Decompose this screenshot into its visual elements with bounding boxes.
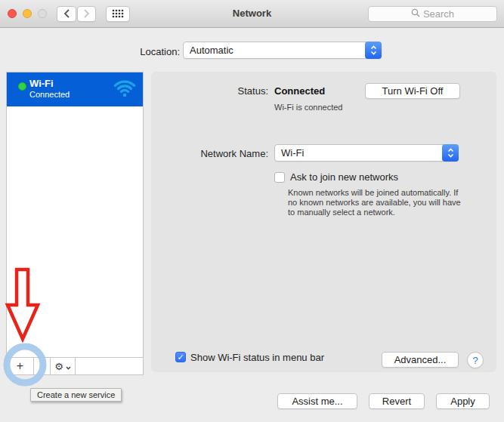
titlebar: Network Search [0,0,504,28]
remove-service-button[interactable]: − [34,358,51,374]
chevron-down-icon [66,361,71,372]
wifi-icon [112,76,138,102]
network-name-label: Network Name: [151,148,268,159]
add-service-button[interactable]: + [7,358,34,374]
turn-wifi-off-button[interactable]: Turn Wi-Fi Off [365,83,460,99]
revert-button[interactable]: Revert [369,393,425,409]
sidebar-item-wifi[interactable]: Wi-Fi Connected [7,72,143,106]
location-label: Location: [76,46,180,57]
status-label: Status: [151,85,268,97]
popup-stepper-icon [365,42,382,59]
search-input[interactable]: Search [368,6,497,22]
ask-join-label: Ask to join new networks [290,171,398,183]
search-icon [411,8,420,20]
plus-icon: + [17,359,23,373]
status-value: Connected [274,85,325,97]
popup-stepper-icon [442,144,459,162]
location-value: Automatic [190,45,233,56]
service-status: Connected [29,90,70,99]
services-sidebar: Wi-Fi Connected + − ⚙ [6,72,144,375]
toolbar-spacer [76,358,143,374]
help-line: to manually select a network. [288,208,461,217]
status-dot-green [18,82,26,91]
service-actions-button[interactable]: ⚙ [51,358,76,374]
help-line: Known networks will be joined automatica… [288,188,461,198]
help-button[interactable]: ? [467,352,484,368]
apply-button[interactable]: Apply [436,393,490,409]
service-name: Wi-Fi [29,78,54,89]
minus-icon: − [39,360,45,372]
ask-join-checkbox[interactable] [274,172,285,183]
search-placeholder: Search [423,8,454,20]
assist-me-button[interactable]: Assist me... [277,393,357,409]
network-name-popup[interactable]: Wi-Fi [274,144,459,162]
detail-pane [151,72,496,372]
help-line: no known networks are available, you wil… [288,198,461,208]
status-subtext: Wi-Fi is connected [274,103,342,112]
location-popup[interactable]: Automatic [183,42,382,59]
tooltip-create-service: Create a new service [30,388,122,402]
check-icon: ✓ [177,353,184,362]
show-wifi-menubar-checkbox[interactable]: ✓ [175,352,186,362]
advanced-button[interactable]: Advanced... [382,352,459,368]
show-wifi-menubar-label: Show Wi-Fi status in menu bar [190,352,324,363]
sidebar-toolbar: + − ⚙ [7,357,143,374]
gear-icon: ⚙ [54,361,63,372]
network-name-value: Wi-Fi [281,147,304,159]
help-text: Known networks will be joined automatica… [288,188,461,217]
